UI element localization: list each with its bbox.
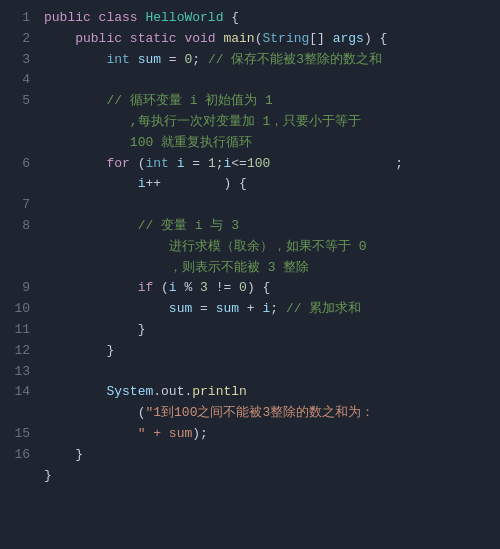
code-line-16: } xyxy=(44,466,500,487)
code-line-8b: 进行求模（取余），如果不等于 0 xyxy=(44,237,500,258)
code-line-5c: 100 就重复执行循环 xyxy=(44,133,500,154)
code-content: public class HelloWorld { public static … xyxy=(40,0,500,549)
line-num-2: 2 xyxy=(6,29,30,50)
code-line-8c: ，则表示不能被 3 整除 xyxy=(44,258,500,279)
line-num-12: 12 xyxy=(6,341,30,362)
line-num-16: 16 xyxy=(6,445,30,466)
code-line-2: public static void main(String[] args) { xyxy=(44,29,500,50)
line-num-4: 4 xyxy=(6,70,30,91)
code-line-8a: // 变量 i 与 3 xyxy=(44,216,500,237)
code-line-7 xyxy=(44,195,500,216)
code-line-6b: i++ ) { xyxy=(44,174,500,195)
line-num-5: 5 xyxy=(6,91,30,112)
line-num-14: 14 xyxy=(6,382,30,403)
code-line-3: int sum = 0; // 保存不能被3整除的数之和 xyxy=(44,50,500,71)
line-num-13: 13 xyxy=(6,362,30,383)
code-line-6a: for (int i = 1;i<=100 ; xyxy=(44,154,500,175)
code-line-5b: ,每执行一次对变量加 1，只要小于等于 xyxy=(44,112,500,133)
code-editor: 1 2 3 4 5 6 7 8 9 10 11 12 13 14 15 16 p… xyxy=(0,0,500,549)
line-num-10: 10 xyxy=(6,299,30,320)
line-num-7: 7 xyxy=(6,195,30,216)
code-line-14c: " + sum); xyxy=(44,424,500,445)
code-line-14b: ("1到100之间不能被3整除的数之和为： xyxy=(44,403,500,424)
line-num-6: 6 xyxy=(6,154,30,175)
line-num-11: 11 xyxy=(6,320,30,341)
code-line-14a: System.out.println xyxy=(44,382,500,403)
code-line-1: public class HelloWorld { xyxy=(44,8,500,29)
code-line-9: if (i % 3 != 0) { xyxy=(44,278,500,299)
code-line-5a: // 循环变量 i 初始值为 1 xyxy=(44,91,500,112)
line-num-8: 8 xyxy=(6,216,30,237)
line-num-3: 3 xyxy=(6,50,30,71)
code-line-15: } xyxy=(44,445,500,466)
code-line-10: sum = sum + i; // 累加求和 xyxy=(44,299,500,320)
code-line-13 xyxy=(44,362,500,383)
line-num-1: 1 xyxy=(6,8,30,29)
line-num-15: 15 xyxy=(6,424,30,445)
line-num-9: 9 xyxy=(6,278,30,299)
code-line-11: } xyxy=(44,320,500,341)
code-line-4 xyxy=(44,70,500,91)
code-line-12: } xyxy=(44,341,500,362)
line-numbers: 1 2 3 4 5 6 7 8 9 10 11 12 13 14 15 16 xyxy=(0,0,40,549)
